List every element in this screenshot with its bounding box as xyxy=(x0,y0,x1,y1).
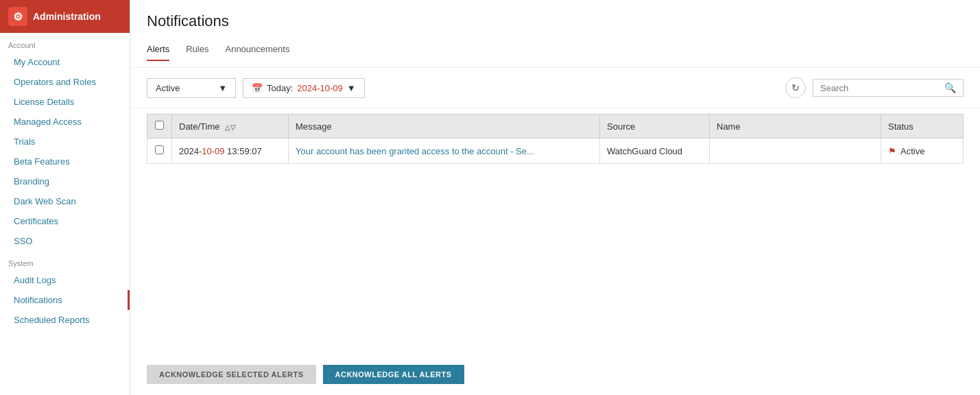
acknowledge-selected-button[interactable]: ACKNOWLEDGE SELECTED ALERTS xyxy=(147,365,316,384)
tab-alerts[interactable]: Alerts xyxy=(147,40,169,61)
alerts-table: Date/Time △▽ Message Source Name Status … xyxy=(147,114,964,164)
row-source: WatchGuard Cloud xyxy=(600,139,710,164)
table-container: Date/Time △▽ Message Source Name Status … xyxy=(130,108,980,354)
search-box: 🔍 xyxy=(813,79,964,97)
search-icon: 🔍 xyxy=(944,82,956,93)
date-chevron-icon: ▼ xyxy=(347,83,356,93)
sidebar: ⚙ Administration Account My Account Oper… xyxy=(0,0,130,395)
sidebar-item-beta-features[interactable]: Beta Features xyxy=(0,152,130,171)
status-active: ⚑ Active xyxy=(888,146,956,156)
col-status: Status xyxy=(881,115,964,139)
chevron-down-icon: ▼ xyxy=(218,83,227,93)
row-name xyxy=(710,139,881,164)
flag-icon: ⚑ xyxy=(888,146,896,156)
sidebar-section-account: Account My Account Operators and Roles L… xyxy=(0,33,130,251)
main-content: Notifications Alerts Rules Announcements… xyxy=(130,0,980,395)
datetime-year: 2024- xyxy=(179,146,202,156)
calendar-icon: 📅 xyxy=(252,83,263,93)
tab-announcements[interactable]: Announcements xyxy=(225,40,289,61)
row-checkbox-cell xyxy=(147,139,172,164)
toolbar: Active ▼ 📅 Today: 2024-10-09 ▼ ↻ 🔍 xyxy=(130,68,980,108)
status-filter-dropdown[interactable]: Active ▼ xyxy=(147,78,236,98)
sidebar-item-my-account[interactable]: My Account xyxy=(0,52,130,72)
col-message: Message xyxy=(289,115,600,139)
date-prefix: Today: xyxy=(267,83,293,93)
sidebar-item-operators-roles[interactable]: Operators and Roles xyxy=(0,72,130,92)
col-source: Source xyxy=(600,115,710,139)
row-message: Your account has been granted access to … xyxy=(289,139,600,164)
sidebar-section-system: System Audit Logs Notifications Schedule… xyxy=(0,251,130,330)
message-link[interactable]: Your account has been granted access to … xyxy=(296,146,534,156)
sidebar-item-notifications[interactable]: Notifications xyxy=(0,290,130,310)
sidebar-item-scheduled-reports[interactable]: Scheduled Reports xyxy=(0,310,130,330)
refresh-button[interactable]: ↻ xyxy=(785,77,806,98)
status-filter-label: Active xyxy=(156,83,180,93)
account-section-label: Account xyxy=(0,33,130,52)
row-status: ⚑ Active xyxy=(881,139,964,164)
sidebar-item-trials[interactable]: Trials xyxy=(0,132,130,152)
col-checkbox xyxy=(147,115,172,139)
datetime-time: 13:59:07 xyxy=(225,146,262,156)
select-all-checkbox[interactable] xyxy=(155,121,164,130)
acknowledge-all-button[interactable]: ACKNOWLEDGE ALL ALERTS xyxy=(323,365,464,384)
sidebar-item-branding[interactable]: Branding xyxy=(0,171,130,191)
sidebar-header: ⚙ Administration xyxy=(0,0,130,33)
main-header: Notifications Alerts Rules Announcements xyxy=(130,0,980,68)
sidebar-item-dark-web-scan[interactable]: Dark Web Scan xyxy=(0,191,130,211)
sort-icon: △▽ xyxy=(225,123,236,131)
sidebar-item-audit-logs[interactable]: Audit Logs xyxy=(0,270,130,290)
sidebar-item-managed-access[interactable]: Managed Access xyxy=(0,112,130,132)
date-filter-button[interactable]: 📅 Today: 2024-10-09 ▼ xyxy=(243,78,365,98)
datetime-monthday: 10-09 xyxy=(202,146,224,156)
sidebar-item-license-details[interactable]: License Details xyxy=(0,92,130,112)
tab-rules[interactable]: Rules xyxy=(186,40,208,61)
table-header-row: Date/Time △▽ Message Source Name Status xyxy=(147,115,964,139)
page-title: Notifications xyxy=(147,12,964,30)
status-label: Active xyxy=(900,146,924,156)
sidebar-item-certificates[interactable]: Certificates xyxy=(0,211,130,231)
table-row: 2024-10-09 13:59:07 Your account has bee… xyxy=(147,139,964,164)
row-checkbox[interactable] xyxy=(155,145,164,154)
system-section-label: System xyxy=(0,251,130,270)
actions-bar: ACKNOWLEDGE SELECTED ALERTS ACKNOWLEDGE … xyxy=(130,354,980,395)
col-name: Name xyxy=(710,115,881,139)
tabs: Alerts Rules Announcements xyxy=(147,40,964,60)
sidebar-item-sso[interactable]: SSO xyxy=(0,231,130,251)
date-value: 2024-10-09 xyxy=(297,83,343,93)
search-input[interactable] xyxy=(820,83,940,93)
col-datetime[interactable]: Date/Time △▽ xyxy=(172,115,289,139)
row-datetime: 2024-10-09 13:59:07 xyxy=(172,139,289,164)
gear-icon: ⚙ xyxy=(8,7,27,26)
app-title: Administration xyxy=(33,11,101,22)
